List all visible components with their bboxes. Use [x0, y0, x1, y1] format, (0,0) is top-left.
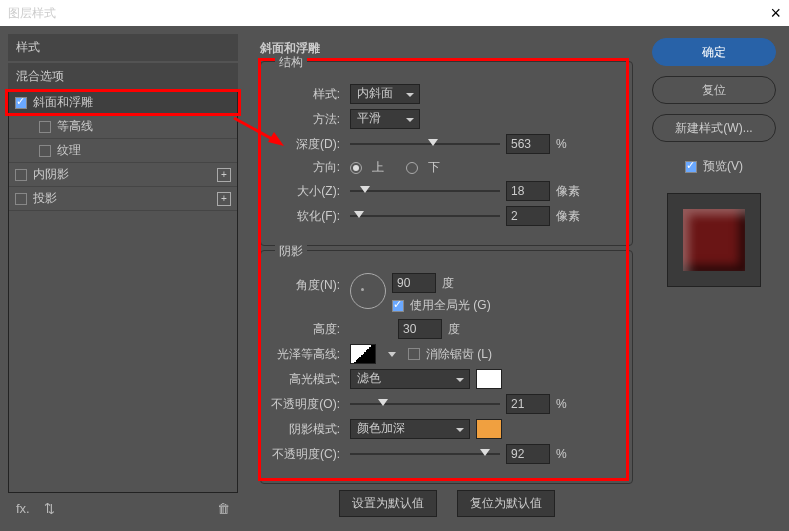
depth-label: 深度(D):: [269, 136, 344, 153]
sidebar-item-bevel[interactable]: 斜面和浮雕: [9, 91, 237, 115]
direction-label: 方向:: [269, 159, 344, 176]
add-icon[interactable]: +: [217, 192, 231, 206]
action-panel: 确定 复位 新建样式(W)... 预览(V): [649, 34, 779, 523]
shadow-opacity-slider[interactable]: [350, 447, 500, 461]
settings-panel: 斜面和浮雕 结构 样式: 内斜面 方法: 平滑 深度(D): 563 %: [246, 34, 641, 523]
sidebar-header-blend[interactable]: 混合选项: [8, 63, 238, 90]
highlight-mode-label: 高光模式:: [269, 371, 344, 388]
angle-label: 角度(N):: [269, 273, 344, 294]
soften-slider[interactable]: [350, 209, 500, 223]
size-label: 大小(Z):: [269, 183, 344, 200]
shadow-mode-select[interactable]: 颜色加深: [350, 419, 470, 439]
antialias-label: 消除锯齿 (L): [426, 346, 492, 363]
size-unit: 像素: [556, 183, 586, 200]
gloss-label: 光泽等高线:: [269, 346, 344, 363]
checkbox-innershadow[interactable]: [15, 169, 27, 181]
altitude-input[interactable]: 30: [398, 319, 442, 339]
checkbox-texture[interactable]: [39, 145, 51, 157]
preview-thumbnail: [667, 193, 761, 287]
group-title: 阴影: [275, 243, 307, 260]
fx-menu-icon[interactable]: fx.: [16, 501, 30, 516]
close-icon[interactable]: ×: [770, 3, 781, 24]
window-title: 图层样式: [8, 5, 56, 22]
shadow-color-swatch[interactable]: [476, 419, 502, 439]
add-icon[interactable]: +: [217, 168, 231, 182]
shadow-opacity-input[interactable]: 92: [506, 444, 550, 464]
title-bar: 图层样式 ×: [0, 0, 789, 26]
sidebar-item-dropshadow[interactable]: 投影 +: [9, 187, 237, 211]
ok-button[interactable]: 确定: [652, 38, 776, 66]
soften-unit: 像素: [556, 208, 586, 225]
sidebar-item-texture[interactable]: 纹理: [9, 139, 237, 163]
structure-group: 结构 样式: 内斜面 方法: 平滑 深度(D): 563 % 方向:: [260, 61, 633, 246]
size-input[interactable]: 18: [506, 181, 550, 201]
method-label: 方法:: [269, 111, 344, 128]
style-label: 样式:: [269, 86, 344, 103]
sidebar-item-label: 斜面和浮雕: [33, 94, 93, 111]
sidebar-item-label: 纹理: [57, 142, 81, 159]
depth-input[interactable]: 563: [506, 134, 550, 154]
depth-unit: %: [556, 137, 586, 151]
style-select[interactable]: 内斜面: [350, 84, 420, 104]
preview-checkbox[interactable]: [685, 161, 697, 173]
highlight-mode-select[interactable]: 滤色: [350, 369, 470, 389]
globallight-label: 使用全局光 (G): [410, 297, 491, 314]
highlight-opacity-input[interactable]: 21: [506, 394, 550, 414]
sidebar-item-label: 等高线: [57, 118, 93, 135]
sidebar-header-styles[interactable]: 样式: [8, 34, 238, 61]
angle-input[interactable]: 90: [392, 273, 436, 293]
size-slider[interactable]: [350, 184, 500, 198]
globallight-checkbox[interactable]: [392, 300, 404, 312]
shadow-mode-label: 阴影模式:: [269, 421, 344, 438]
altitude-label: 高度:: [269, 321, 344, 338]
section-title: 斜面和浮雕: [260, 40, 637, 57]
sidebar-item-label: 内阴影: [33, 166, 69, 183]
soften-label: 软化(F):: [269, 208, 344, 225]
chevron-up-down-icon[interactable]: ⇅: [44, 501, 55, 516]
group-title: 结构: [275, 54, 307, 71]
shading-group: 阴影 角度(N): 90 度 使用全局光 (G): [260, 250, 633, 484]
depth-slider[interactable]: [350, 137, 500, 151]
checkbox-contour[interactable]: [39, 121, 51, 133]
soften-input[interactable]: 2: [506, 206, 550, 226]
sidebar-item-contour[interactable]: 等高线: [9, 115, 237, 139]
highlight-color-swatch[interactable]: [476, 369, 502, 389]
sidebar-item-innershadow[interactable]: 内阴影 +: [9, 163, 237, 187]
direction-up-radio[interactable]: [350, 162, 362, 174]
new-style-button[interactable]: 新建样式(W)...: [652, 114, 776, 142]
cancel-button[interactable]: 复位: [652, 76, 776, 104]
checkbox-dropshadow[interactable]: [15, 193, 27, 205]
chevron-down-icon[interactable]: [388, 352, 396, 357]
preview-label: 预览(V): [703, 158, 743, 175]
trash-icon[interactable]: 🗑: [217, 501, 230, 516]
method-select[interactable]: 平滑: [350, 109, 420, 129]
antialias-checkbox[interactable]: [408, 348, 420, 360]
gloss-contour-picker[interactable]: [350, 344, 376, 364]
shadow-opacity-label: 不透明度(C):: [269, 446, 344, 463]
reset-default-button[interactable]: 复位为默认值: [457, 490, 555, 517]
highlight-opacity-label: 不透明度(O):: [269, 396, 344, 413]
checkbox-bevel[interactable]: [15, 97, 27, 109]
effects-sidebar: 样式 混合选项 斜面和浮雕 等高线 纹理 内阴影 +: [8, 34, 238, 523]
angle-wheel[interactable]: [350, 273, 386, 309]
sidebar-item-label: 投影: [33, 190, 57, 207]
highlight-opacity-slider[interactable]: [350, 397, 500, 411]
set-default-button[interactable]: 设置为默认值: [339, 490, 437, 517]
direction-down-radio[interactable]: [406, 162, 418, 174]
